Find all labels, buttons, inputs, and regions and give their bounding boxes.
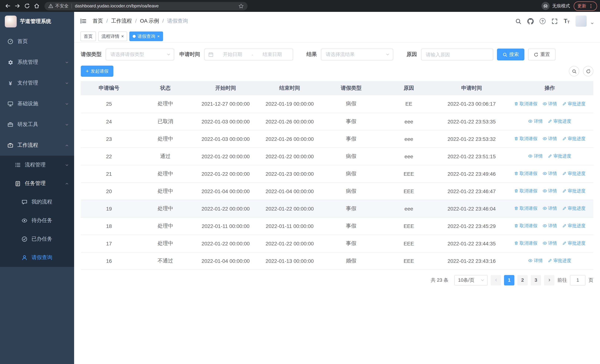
font-size-icon[interactable] [564,18,570,24]
cell-start-time: 2022-01-11 00:00:00 [194,217,258,235]
approval-progress-link[interactable]: 审批进度 [562,223,586,229]
toggle-search-button[interactable] [569,66,579,76]
detail-link[interactable]: 详情 [528,153,543,159]
detail-link[interactable]: 详情 [543,240,557,246]
refresh-table-button[interactable] [583,66,593,76]
detail-link[interactable]: 详情 [528,258,543,264]
collapse-sidebar-icon[interactable] [80,18,87,24]
create-leave-button[interactable]: 发起请假 [81,65,113,77]
prev-page-button[interactable] [491,275,501,285]
cell-start-time: 2022-01-22 00:00:00 [194,148,258,165]
approval-progress-link[interactable]: 审批进度 [562,188,586,194]
goto-page-input[interactable] [570,275,586,285]
table-row[interactable]: 23 处理中 2022-01-03 00:00:00 2022-01-26 00… [81,130,593,148]
sidebar-item-infrastructure[interactable]: 基础设施 [0,93,74,114]
breadcrumb-workflow[interactable]: 工作流程 [111,18,140,24]
approval-progress-link[interactable]: 审批进度 [548,118,571,125]
tab-home[interactable]: 首页 [80,31,96,41]
detail-link[interactable]: 详情 [543,205,557,212]
table-row[interactable]: 19 处理中 2022-01-22 00:00:00 2022-01-22 00… [81,200,593,217]
table-row[interactable]: 18 处理中 2022-01-11 00:00:00 2022-01-11 00… [81,217,593,235]
cell-reason: EEE [381,252,437,270]
github-icon[interactable] [527,18,534,24]
reload-icon[interactable] [22,1,32,11]
sidebar-item-process-management[interactable]: 流程管理 [0,156,74,174]
approval-progress-link[interactable]: 审批进度 [562,205,586,212]
back-icon[interactable] [3,1,13,11]
kebab-menu-icon[interactable] [589,3,593,8]
browser-update-button[interactable]: 更新 [574,1,597,10]
cancel-leave-link[interactable]: 取消请假 [514,205,537,212]
cancel-leave-link[interactable]: 取消请假 [514,223,537,229]
cancel-leave-link[interactable]: 取消请假 [514,240,537,246]
approval-progress-link[interactable]: 审批进度 [548,258,571,264]
page-size-select[interactable]: 10条/页 [454,275,488,285]
help-icon[interactable] [540,18,545,24]
sidebar-item-leave-query[interactable]: 请假查询 [0,248,74,267]
close-icon[interactable] [121,34,124,38]
sidebar-item-my-process[interactable]: 我的流程 [0,193,74,211]
sidebar-item-payment[interactable]: 支付管理 [0,73,74,93]
url-text[interactable]: dashboard.yudao.iocoder.cn/bpm/oa/leave [75,3,159,9]
breadcrumb-oa-example[interactable]: OA 示例 [140,18,167,24]
approval-progress-link[interactable]: 审批进度 [562,136,586,142]
sidebar-item-home[interactable]: 首页 [0,31,74,52]
detail-link[interactable]: 详情 [543,223,557,229]
cell-apply-id: 18 [81,217,137,235]
leave-type-select[interactable]: 请选择请假类型 [106,48,174,60]
tab-leave-query[interactable]: 请假查询 [129,31,163,41]
sidebar-item-done-tasks[interactable]: 已办任务 [0,230,74,248]
detail-link[interactable]: 详情 [543,188,557,194]
detail-link[interactable]: 详情 [543,101,557,107]
bookmark-star-icon[interactable] [238,3,244,9]
detail-link[interactable]: 详情 [528,118,543,125]
forward-icon[interactable] [13,1,22,11]
close-icon[interactable] [157,34,160,38]
detail-link[interactable]: 详情 [543,170,557,177]
pen-icon [562,189,567,193]
detail-link[interactable]: 详情 [543,136,557,142]
table-row[interactable]: 16 不通过 2022-01-04 00:00:00 2022-01-13 00… [81,252,593,270]
apply-time-range-picker[interactable]: 开始日期 - 结束日期 [204,48,293,60]
reason-input[interactable] [421,48,493,60]
col-actions: 操作 [506,81,593,95]
search-icon[interactable] [515,18,521,24]
user-avatar[interactable] [576,16,587,27]
cancel-leave-link[interactable]: 取消请假 [514,101,537,107]
fullscreen-icon[interactable] [552,18,558,24]
sidebar-item-task-management[interactable]: 任务管理 [0,174,74,193]
table-row[interactable]: 25 处理中 2021-12-27 00:00:00 2022-01-19 00… [81,95,593,113]
cancel-leave-link[interactable]: 取消请假 [514,188,537,194]
page-button-2[interactable]: 2 [517,275,528,285]
sidebar-item-system[interactable]: 系统管理 [0,52,74,73]
cancel-leave-link[interactable]: 取消请假 [514,136,537,142]
sidebar-item-workflow[interactable]: 工作流程 [0,135,74,156]
reset-button[interactable]: 重置 [528,48,555,60]
security-label[interactable]: 不安全 [55,3,69,9]
tab-process-detail[interactable]: 流程详情 [98,31,127,41]
sidebar-item-todo-tasks[interactable]: 待办任务 [0,211,74,230]
table-row[interactable]: 17 处理中 2022-01-22 00:00:00 2022-01-22 00… [81,235,593,252]
page-button-1[interactable]: 1 [504,275,514,285]
approval-progress-link[interactable]: 审批进度 [562,170,586,177]
table-row[interactable]: 20 处理中 2022-01-04 00:00:00 2022-01-04 00… [81,182,593,200]
address-bar[interactable]: 不安全 dashboard.yudao.iocoder.cn/bpm/oa/le… [45,2,248,10]
chevron-down-icon[interactable] [590,21,594,25]
screen: 不安全 dashboard.yudao.iocoder.cn/bpm/oa/le… [0,0,600,364]
table-row[interactable]: 22 通过 2022-01-22 00:00:00 2022-01-22 00:… [81,148,593,165]
table-row[interactable]: 21 处理中 2022-01-22 00:00:00 2022-01-23 00… [81,165,593,182]
approval-progress-link[interactable]: 审批进度 [548,153,571,159]
cancel-leave-link[interactable]: 取消请假 [514,170,537,177]
warning-icon[interactable] [48,3,53,9]
next-page-button[interactable] [544,275,554,285]
sidebar-item-devtools[interactable]: 研发工具 [0,114,74,135]
approval-progress-link[interactable]: 审批进度 [562,101,586,107]
page-button-3[interactable]: 3 [531,275,541,285]
table-row[interactable]: 24 已取消 2022-01-03 00:00:00 2022-01-26 00… [81,113,593,130]
approval-progress-link[interactable]: 审批进度 [562,240,586,246]
cell-actions: 取消请假 详情 审批进度 [506,130,593,148]
breadcrumb-home[interactable]: 首页 [93,18,111,24]
home-icon[interactable] [32,1,41,11]
search-button[interactable]: 搜索 [497,48,525,60]
result-select[interactable]: 请选择流结果 [321,48,393,60]
